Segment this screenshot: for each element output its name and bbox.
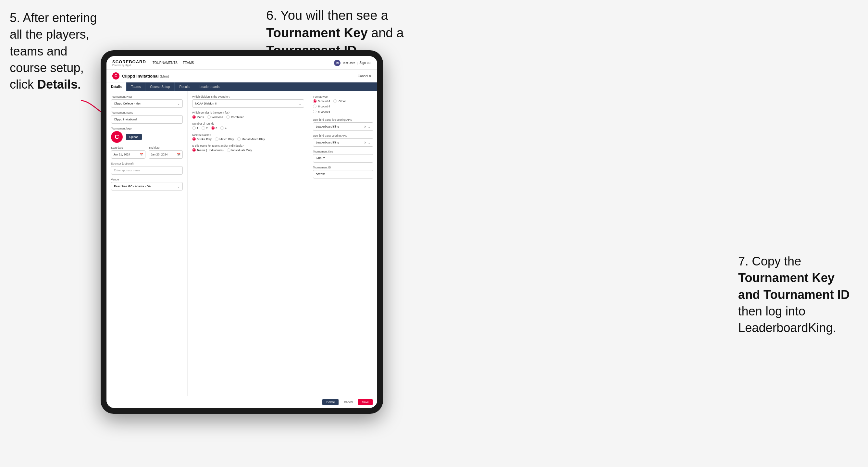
navbar: SCOREBOARD Powered by clippd TOURNAMENTS… — [106, 56, 377, 70]
format-6count4-dot — [313, 104, 316, 108]
upload-button[interactable]: Upload — [126, 134, 142, 140]
tournament-id-group: Tournament ID 302051 — [313, 166, 373, 179]
live-scoring-2-chevron: ⌄ — [368, 141, 370, 145]
scoring-match-label: Match Play — [219, 137, 234, 141]
round-1-dot — [192, 126, 196, 130]
format-other[interactable]: Other — [333, 99, 346, 103]
teams-group: Is this event for Teams and/or Individua… — [192, 144, 304, 152]
format-5count4-label: 5 count 4 — [318, 100, 330, 103]
individuals-only[interactable]: Individuals Only — [227, 148, 252, 152]
scoreboard-logo: SCOREBOARD Powered by clippd — [112, 60, 146, 66]
gender-mens-label: Mens — [197, 116, 204, 119]
venue-value: Peachtree GC - Atlanta - GA — [114, 185, 151, 188]
user-avatar: TU — [334, 60, 341, 66]
rounds-group: Number of rounds 1 2 3 — [192, 122, 304, 130]
delete-button[interactable]: Delete — [322, 399, 339, 405]
live-scoring-1-dropdown[interactable]: Leaderboard King ✕ ⌄ — [313, 122, 373, 131]
round-1[interactable]: 1 — [192, 126, 198, 130]
calendar-icon-start: 📅 — [140, 153, 143, 156]
division-dropdown[interactable]: NCAA Division III — [192, 99, 304, 108]
page-header: C Clippd Invitational (Men) Cancel ✕ — [106, 70, 377, 83]
end-date-group: End date Jan 23, 2024 📅 — [149, 146, 183, 159]
logo-main: SCOREBOARD — [112, 60, 146, 64]
gender-womens[interactable]: Womens — [207, 115, 223, 119]
teams-plus-individuals[interactable]: Teams (+Individuals) — [192, 148, 224, 152]
format-6count4[interactable]: 6 count 4 — [313, 104, 330, 108]
tournament-name-group: Tournament name Clippd Invitational — [111, 111, 183, 124]
tournament-key-value: b4f8b7 — [316, 157, 325, 160]
end-date-label: End date — [149, 146, 183, 149]
tournament-id-label: Tournament ID — [313, 166, 373, 169]
tournament-host-label: Tournament Host — [111, 95, 183, 98]
tournament-host-value: Clippd College - Men — [114, 102, 141, 105]
format-6count4-label: 6 count 4 — [318, 105, 330, 108]
round-2[interactable]: 2 — [202, 126, 208, 130]
tournament-id-value-box: 302051 — [313, 170, 373, 179]
scoring-stroke-play[interactable]: Stroke Play — [192, 137, 212, 141]
save-button[interactable]: Save — [358, 399, 373, 405]
live-scoring-1-clear[interactable]: ✕ — [364, 125, 367, 128]
tournament-key-group: Tournament Key b4f8b7 — [313, 150, 373, 163]
format-6count5[interactable]: 6 count 5 — [313, 110, 330, 113]
nav-divider: | — [357, 61, 358, 65]
live-scoring-2-dropdown[interactable]: Leaderboard King ✕ ⌄ — [313, 138, 373, 147]
nav-teams[interactable]: TEAMS — [183, 61, 194, 65]
tournament-name-input[interactable]: Clippd Invitational — [111, 115, 183, 124]
calendar-icon-end: 📅 — [177, 153, 181, 156]
live-scoring-1-chevron: ⌄ — [368, 125, 370, 128]
start-date-input[interactable]: Jan 21, 2024 📅 — [111, 150, 146, 159]
scoring-label: Scoring system — [192, 133, 304, 136]
far-right-col: Format type 5 count 4 6 count 4 — [309, 91, 377, 396]
start-date-group: Start date Jan 21, 2024 📅 — [111, 146, 146, 159]
gender-mens[interactable]: Mens — [192, 115, 204, 119]
gender-combined-dot — [226, 115, 230, 119]
format-6count5-dot — [313, 110, 316, 113]
page-subtitle: (Men) — [160, 74, 169, 78]
format-5count4[interactable]: 5 count 4 — [313, 99, 330, 103]
cancel-header-link[interactable]: Cancel ✕ — [358, 74, 371, 78]
tablet-frame: SCOREBOARD Powered by clippd TOURNAMENTS… — [101, 50, 383, 414]
sponsor-input[interactable]: Enter sponsor name — [111, 166, 183, 175]
start-date-value: Jan 21, 2024 — [113, 153, 130, 156]
scoring-match-play[interactable]: Match Play — [215, 137, 234, 141]
tab-teams[interactable]: Teams — [127, 83, 146, 91]
teams-radio-group: Teams (+Individuals) Individuals Only — [192, 148, 304, 152]
round-4-label: 4 — [225, 127, 226, 130]
round-3-label: 3 — [216, 127, 217, 130]
nav-links: TOURNAMENTS TEAMS — [153, 61, 194, 65]
page-title-row: C Clippd Invitational (Men) — [112, 72, 169, 80]
cancel-button[interactable]: Cancel — [341, 399, 355, 405]
tournament-host-dropdown[interactable]: Clippd College - Men — [111, 99, 183, 108]
tab-course-setup[interactable]: Course Setup — [146, 83, 175, 91]
sign-out-link[interactable]: Sign out — [359, 61, 371, 65]
end-date-input[interactable]: Jan 23, 2024 📅 — [149, 150, 183, 159]
tournament-logo-label: Tournament logo — [111, 127, 183, 130]
round-2-label: 2 — [206, 127, 208, 130]
tournament-name-value: Clippd Invitational — [114, 118, 137, 121]
scoring-medal-match[interactable]: Medal Match Play — [237, 137, 265, 141]
division-group: Which division is the event for? NCAA Di… — [192, 95, 304, 108]
middle-col: Which division is the event for? NCAA Di… — [188, 91, 309, 396]
round-3[interactable]: 3 — [211, 126, 217, 130]
live-scoring-2-label: Use third-party scoring API? — [313, 134, 373, 137]
format-other-dot — [333, 99, 337, 103]
clippd-icon: C — [112, 72, 120, 80]
venue-dropdown[interactable]: Peachtree GC - Atlanta - GA — [111, 182, 183, 190]
live-scoring-2-clear[interactable]: ✕ — [364, 141, 367, 145]
main-content: Tournament Host Clippd College - Men Tou… — [106, 91, 377, 396]
sponsor-label: Sponsor (optional) — [111, 162, 183, 165]
gender-combined[interactable]: Combined — [226, 115, 244, 119]
nav-tournaments[interactable]: TOURNAMENTS — [153, 61, 178, 65]
tournament-host-group: Tournament Host Clippd College - Men — [111, 95, 183, 108]
round-4[interactable]: 4 — [220, 126, 226, 130]
tab-results[interactable]: Results — [175, 83, 195, 91]
tab-details[interactable]: Details — [106, 83, 127, 91]
page-title: Clippd Invitational (Men) — [122, 74, 169, 79]
tab-leaderboards[interactable]: Leaderboards — [195, 83, 225, 91]
format-type-group: Format type 5 count 4 6 count 4 — [313, 95, 373, 115]
rounds-radio-group: 1 2 3 4 — [192, 126, 304, 130]
live-scoring-2-value: Leaderboard King — [316, 141, 339, 144]
end-date-value: Jan 23, 2024 — [151, 153, 168, 156]
gender-label: Which gender is the event for? — [192, 111, 304, 114]
scoring-stroke-dot — [192, 137, 196, 141]
